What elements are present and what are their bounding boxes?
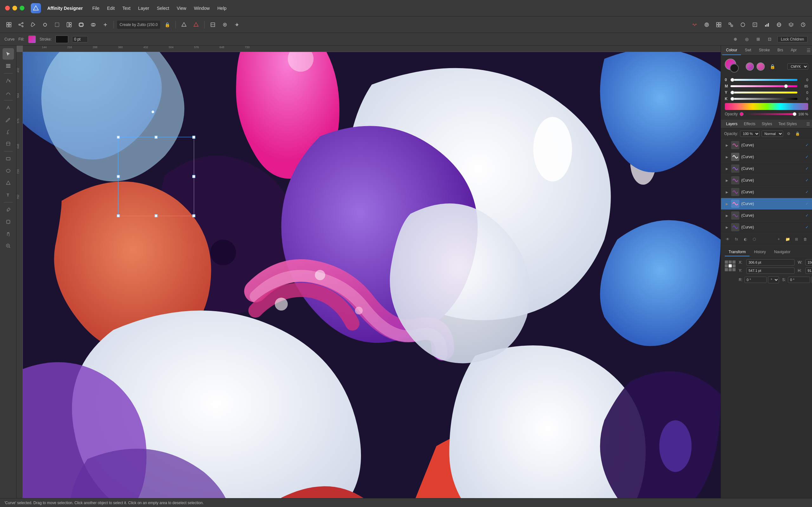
text-styles-tab[interactable]: Text Styles	[775, 120, 800, 128]
tab-colour[interactable]: Colour	[722, 46, 741, 55]
layer-folder-btn[interactable]: 📁	[783, 235, 792, 243]
corner-br[interactable]	[732, 268, 735, 271]
corner-bc[interactable]	[728, 268, 732, 271]
grid-btn[interactable]	[714, 20, 724, 30]
transform-tab[interactable]: Transform	[725, 248, 750, 257]
tab-stroke[interactable]: Stroke	[755, 46, 774, 55]
color-gradient-bar[interactable]	[725, 103, 808, 110]
c-slider[interactable]	[730, 79, 798, 81]
layer-visible-2[interactable]: ✓	[804, 154, 809, 159]
menu-text[interactable]: Text	[119, 4, 134, 12]
affinity-designer-persona[interactable]	[179, 20, 189, 30]
r-unit-select[interactable]: °	[768, 276, 779, 283]
layers-panel-left[interactable]	[3, 60, 14, 72]
lock-color-icon[interactable]: 🔒	[770, 64, 775, 69]
paint-btn[interactable]	[40, 20, 50, 30]
navigator-tab[interactable]: Navigator	[770, 248, 794, 257]
layer-visible-6[interactable]: ✓	[804, 201, 809, 206]
minimize-button[interactable]	[12, 6, 17, 10]
layer-tb-mask[interactable]: ◐	[741, 235, 750, 243]
corner-mc[interactable]	[728, 264, 732, 268]
layer-lock-btn[interactable]: 🔒	[794, 130, 801, 137]
corner-tl[interactable]	[725, 261, 728, 264]
share-btn[interactable]	[16, 20, 26, 30]
canvas[interactable]	[23, 52, 721, 498]
layer-grid-btn[interactable]: ⊞	[792, 235, 801, 243]
layer-item-8[interactable]: ▶ (Curve) ✓	[721, 222, 812, 233]
color-swatch-1[interactable]	[746, 62, 754, 71]
hand-tool[interactable]	[3, 228, 14, 239]
layer-visible-8[interactable]: ✓	[804, 225, 809, 230]
shape-tool[interactable]	[3, 153, 14, 164]
history-btn[interactable]	[798, 20, 808, 30]
waveform-btn[interactable]	[690, 20, 700, 30]
snap-btn-3[interactable]: ⊞	[755, 36, 762, 43]
transform2-btn[interactable]	[726, 20, 736, 30]
nodes-tool-btn[interactable]	[4, 20, 14, 30]
boolean-btn[interactable]	[88, 20, 98, 30]
layer-expand-7[interactable]: ▶	[725, 213, 729, 218]
arrange-btn[interactable]	[76, 20, 86, 30]
layer-expand-5[interactable]: ▶	[725, 190, 729, 194]
r-input[interactable]	[745, 277, 767, 283]
y-input[interactable]: 547.1 pt	[746, 268, 795, 274]
fill-swatch[interactable]	[28, 36, 36, 43]
transform-btn[interactable]	[52, 20, 62, 30]
target-btn[interactable]	[702, 20, 712, 30]
corner-tc[interactable]	[728, 261, 732, 264]
corner-ml[interactable]	[725, 264, 728, 268]
layer-delete-btn[interactable]: 🗑	[801, 235, 809, 243]
text-tool2-btn[interactable]: T	[750, 20, 760, 30]
snapping-btn[interactable]	[232, 20, 242, 30]
layer-expand-3[interactable]: ▶	[725, 166, 729, 171]
m-slider[interactable]	[730, 85, 798, 87]
snap-btn-2[interactable]: ◎	[743, 36, 751, 43]
s-input[interactable]	[788, 277, 810, 283]
h-input[interactable]: 91.2 pt	[805, 268, 812, 274]
layer-item-1[interactable]: ▶ (Curve) ✓	[721, 139, 812, 151]
y-slider[interactable]	[730, 92, 798, 94]
globe-btn[interactable]	[774, 20, 784, 30]
view-btn[interactable]	[220, 20, 230, 30]
corner-indicator[interactable]	[725, 261, 735, 271]
layer-item-4[interactable]: ▶ (Curve) ✓	[721, 175, 812, 186]
color-swatch-2[interactable]	[757, 62, 765, 71]
menu-file[interactable]: File	[89, 4, 103, 12]
history-tab[interactable]: History	[750, 248, 769, 257]
triangle-tool[interactable]	[3, 177, 14, 188]
circle-btn[interactable]	[738, 20, 748, 30]
pixel-persona[interactable]	[191, 20, 201, 30]
lock-btn[interactable]: 🔒	[162, 20, 172, 30]
layer-tb-fx[interactable]: fx	[732, 235, 741, 243]
tab-brs[interactable]: Brs	[774, 46, 787, 55]
layer-item-7[interactable]: ▶ (Curve) ✓	[721, 210, 812, 222]
layer-item-2[interactable]: ▶ (Curve) ✓	[721, 151, 812, 163]
w-input[interactable]: 156.7 pt	[805, 259, 812, 266]
stroke-value-input[interactable]	[72, 36, 88, 43]
layer-add-btn[interactable]: +	[774, 235, 783, 243]
secondary-color-swatch[interactable]	[730, 64, 739, 72]
move-tool[interactable]	[3, 48, 14, 60]
chart-btn[interactable]	[762, 20, 772, 30]
menu-help[interactable]: Help	[214, 4, 230, 12]
snap-btn-4[interactable]: ⊡	[766, 36, 774, 43]
zoom-fit-btn[interactable]	[208, 20, 218, 30]
layer-tb-adjust[interactable]: ⬡	[750, 235, 758, 243]
layer-settings-btn[interactable]: ⚙	[785, 130, 792, 137]
corner-tool[interactable]	[3, 87, 14, 99]
layer-item-6[interactable]: ▶ (Curve) ✓	[721, 198, 812, 210]
pen-tool-left[interactable]	[3, 102, 14, 113]
menu-view[interactable]: View	[173, 4, 189, 12]
maximize-button[interactable]	[20, 6, 24, 10]
layer-expand-1[interactable]: ▶	[725, 143, 729, 147]
menu-edit[interactable]: Edit	[104, 4, 118, 12]
layers-panel-btn[interactable]	[786, 20, 796, 30]
text-tool[interactable]: T	[3, 189, 14, 201]
brush-tool[interactable]	[3, 126, 14, 137]
layer-expand-2[interactable]: ▶	[725, 155, 729, 159]
pen-tool-btn[interactable]	[28, 20, 38, 30]
ellipse-tool[interactable]	[3, 165, 14, 176]
export-btn[interactable]	[64, 20, 74, 30]
layer-opacity-select[interactable]: 100 % 75 % 50 %	[740, 130, 760, 137]
corner-bl[interactable]	[725, 268, 728, 271]
